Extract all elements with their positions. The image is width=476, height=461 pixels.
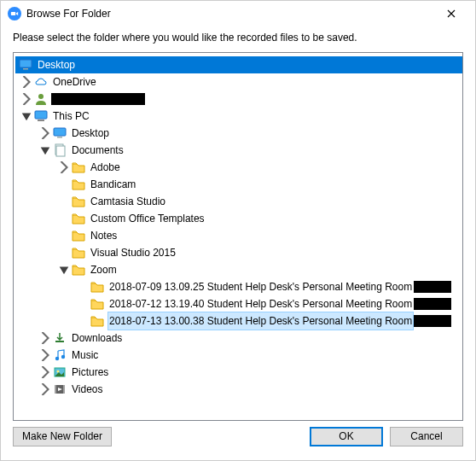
tree-label: Notes [89, 227, 119, 244]
svg-rect-4 [35, 111, 47, 119]
documents-icon [53, 143, 67, 157]
svg-rect-6 [54, 128, 66, 136]
svg-rect-1 [20, 60, 32, 67]
tree-node-this-pc[interactable]: This PC [15, 108, 462, 125]
instruction-text: Please select the folder where you would… [1, 26, 475, 52]
tree-node-adobe[interactable]: Adobe [15, 159, 462, 176]
svg-rect-5 [38, 120, 44, 121]
expander-icon[interactable] [39, 127, 51, 139]
this-pc-icon [34, 109, 48, 123]
expander-icon[interactable] [39, 366, 51, 378]
svg-rect-0 [11, 12, 15, 15]
tree-label: Desktop [70, 125, 111, 142]
pictures-icon [53, 365, 67, 379]
tree-node-pictures[interactable]: Pictures [15, 364, 462, 381]
tree-node-zoom-rec-3[interactable]: 2018-07-13 13.00.38 Student Help Desk's … [15, 312, 462, 330]
expander-icon[interactable] [39, 332, 51, 344]
svg-rect-2 [23, 68, 28, 70]
expander-icon[interactable] [58, 161, 70, 173]
tree-label: 2018-07-12 13.19.40 Student Help Desk's … [107, 295, 414, 312]
tree-label: Desktop [36, 56, 77, 73]
window-title: Browse For Folder [26, 8, 434, 20]
tree-node-vs2015[interactable]: Visual Studio 2015 [15, 244, 462, 261]
folder-icon [72, 178, 85, 191]
close-button[interactable] [434, 2, 468, 26]
onedrive-icon [34, 75, 48, 89]
tree-node-camtasia[interactable]: Camtasia Studio [15, 193, 462, 210]
music-icon [53, 348, 67, 362]
expander-icon[interactable] [39, 349, 51, 361]
tree-label: Bandicam [89, 176, 137, 193]
folder-tree-scroll[interactable]: Desktop OneDrive [14, 53, 462, 420]
folder-icon [72, 263, 85, 277]
tree-node-music[interactable]: Music [15, 347, 462, 364]
tree-label: Music [70, 347, 100, 364]
make-new-folder-button[interactable]: Make New Folder [13, 427, 112, 446]
close-icon [447, 9, 456, 18]
expander-icon[interactable] [20, 93, 32, 105]
tree-label: Videos [70, 381, 104, 398]
folder-tree: Desktop OneDrive [13, 52, 463, 421]
redacted-text [414, 281, 451, 293]
folder-icon [90, 280, 104, 294]
tree-label: Pictures [70, 364, 110, 381]
ok-button[interactable]: OK [310, 427, 383, 446]
browse-for-folder-dialog: Browse For Folder Please select the fold… [0, 0, 476, 461]
redacted-text [414, 315, 451, 327]
folder-icon [90, 314, 104, 328]
tree-node-downloads[interactable]: Downloads [15, 330, 462, 347]
tree-label: Visual Studio 2015 [89, 244, 177, 261]
tree-node-videos[interactable]: Videos [15, 381, 462, 398]
folder-icon [72, 195, 85, 208]
svg-rect-16 [55, 385, 56, 394]
cancel-button[interactable]: Cancel [390, 427, 463, 446]
folder-icon [72, 160, 85, 174]
expander-open-icon[interactable] [58, 264, 70, 276]
tree-node-custom-office[interactable]: Custom Office Templates [15, 210, 462, 227]
tree-node-notes[interactable]: Notes [15, 227, 462, 244]
tree-node-documents[interactable]: Documents [15, 142, 462, 159]
svg-rect-10 [55, 341, 64, 342]
folder-icon [72, 246, 85, 260]
redacted-text [414, 298, 451, 310]
tree-label: Downloads [70, 330, 124, 347]
tree-label: Custom Office Templates [89, 210, 206, 227]
expander-open-icon[interactable] [39, 144, 51, 156]
desktop-icon [19, 58, 32, 72]
tree-node-onedrive[interactable]: OneDrive [15, 73, 462, 90]
zoom-app-icon [8, 7, 21, 20]
tree-node-zoom[interactable]: Zoom [15, 261, 462, 278]
folder-icon [72, 212, 85, 225]
tree-node-user[interactable] [15, 90, 462, 108]
tree-label: This PC [51, 108, 91, 125]
svg-rect-7 [57, 137, 62, 138]
tree-node-zoom-rec-2[interactable]: 2018-07-12 13.19.40 Student Help Desk's … [15, 295, 462, 312]
downloads-icon [53, 331, 67, 345]
tree-node-zoom-rec-1[interactable]: 2018-07-09 13.09.25 Student Help Desk's … [15, 278, 462, 295]
dialog-footer: Make New Folder OK Cancel [1, 421, 475, 460]
svg-rect-17 [63, 385, 65, 394]
tree-label: OneDrive [51, 73, 98, 90]
tree-node-desktop-root[interactable]: Desktop [15, 56, 462, 73]
tree-label: Adobe [89, 159, 122, 176]
user-icon [34, 92, 48, 106]
tree-node-pc-desktop[interactable]: Desktop [15, 125, 462, 142]
videos-icon [53, 382, 67, 396]
expander-open-icon[interactable] [20, 110, 32, 122]
expander-icon[interactable] [39, 383, 51, 395]
tree-label: Zoom [89, 261, 119, 278]
folder-icon [90, 297, 104, 311]
tree-node-bandicam[interactable]: Bandicam [15, 176, 462, 193]
svg-point-3 [38, 94, 44, 99]
tree-label: Documents [70, 142, 125, 159]
tree-label: 2018-07-13 13.00.38 Student Help Desk's … [107, 312, 414, 330]
desktop-icon [53, 126, 67, 140]
titlebar: Browse For Folder [1, 1, 475, 26]
tree-label: Camtasia Studio [89, 193, 167, 210]
redacted-username [51, 93, 145, 105]
svg-point-14 [57, 371, 60, 373]
svg-rect-9 [56, 146, 65, 156]
expander-icon[interactable] [20, 76, 32, 88]
svg-point-12 [61, 355, 65, 359]
tree-label: 2018-07-09 13.09.25 Student Help Desk's … [107, 278, 414, 295]
